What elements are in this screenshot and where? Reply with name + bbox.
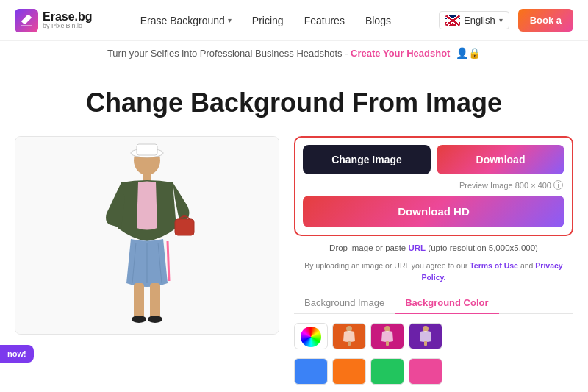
- svg-point-15: [384, 326, 390, 332]
- swatch-pink2[interactable]: [409, 358, 442, 385]
- swatch-blue[interactable]: [294, 358, 328, 385]
- navbar: Erase.bg by PixelBin.io Erase Background…: [0, 0, 588, 41]
- svg-line-12: [168, 241, 169, 281]
- preview-size-text: Preview Image 800 × 400 i: [303, 180, 564, 190]
- image-preview-area: [15, 136, 279, 335]
- nav-pricing[interactable]: Pricing: [252, 15, 284, 26]
- swatch-figure-purple: [412, 325, 440, 347]
- swatch-figure-pink: [373, 325, 401, 347]
- lang-chevron-icon: ▾: [499, 16, 503, 24]
- swatches-row-2: [294, 358, 573, 385]
- terms-link[interactable]: Terms of Use: [470, 261, 518, 270]
- download-button[interactable]: Download: [437, 145, 564, 174]
- nav-erase-bg[interactable]: Erase Background ▾: [140, 15, 232, 26]
- promo-cta-link[interactable]: Create Your Headshot: [351, 48, 450, 59]
- svg-rect-11: [175, 219, 194, 235]
- nav-right: English ▾ Book a: [439, 9, 573, 32]
- logo-text: Erase.bg by PixelBin.io: [43, 10, 93, 30]
- svg-rect-14: [348, 341, 351, 346]
- swatch-pink[interactable]: [370, 323, 404, 349]
- svg-point-13: [346, 326, 352, 332]
- bg-tabs: Background Image Background Color: [294, 293, 573, 314]
- tab-bg-image[interactable]: Background Image: [294, 293, 395, 314]
- logo[interactable]: Erase.bg by PixelBin.io: [15, 9, 93, 32]
- chat-bubble[interactable]: now!: [0, 345, 34, 363]
- svg-point-17: [423, 326, 429, 332]
- svg-rect-2: [137, 144, 157, 155]
- eraser-icon: [20, 14, 33, 27]
- nav-links: Erase Background ▾ Pricing Features Blog…: [140, 15, 391, 26]
- controls-panel: Change Image Download Preview Image 800 …: [294, 136, 573, 392]
- logo-name: Erase.bg: [43, 10, 93, 24]
- model-figure-svg: [66, 140, 228, 331]
- upload-info: Drop image or paste URL (upto resolution…: [294, 242, 573, 254]
- download-hd-button[interactable]: Download HD: [303, 196, 564, 227]
- nav-blogs[interactable]: Blogs: [365, 15, 391, 26]
- flag-icon: [445, 15, 460, 26]
- terms-text: By uploading an image or URL you agree t…: [294, 260, 573, 284]
- logo-icon: [15, 9, 38, 32]
- swatches-row-1: [294, 323, 573, 349]
- nav-features[interactable]: Features: [304, 15, 345, 26]
- svg-point-9: [132, 316, 146, 323]
- page-title: Change Background From Image: [86, 88, 502, 118]
- preview-image: [15, 137, 279, 334]
- tab-bg-color[interactable]: Background Color: [395, 293, 498, 314]
- svg-point-10: [148, 316, 162, 323]
- language-selector[interactable]: English ▾: [439, 11, 509, 29]
- chevron-down-icon: ▾: [228, 16, 232, 24]
- tool-layout: Change Image Download Preview Image 800 …: [15, 136, 573, 392]
- promo-icons: 👤🔒: [456, 47, 481, 59]
- svg-rect-16: [386, 341, 389, 346]
- promo-banner: Turn your Selfies into Professional Busi…: [0, 41, 588, 65]
- info-icon[interactable]: i: [553, 180, 563, 190]
- swatch-figure-orange: [335, 325, 363, 347]
- change-image-button[interactable]: Change Image: [303, 145, 431, 174]
- top-buttons-row: Change Image Download: [303, 145, 564, 174]
- svg-rect-18: [424, 341, 427, 346]
- swatch-green[interactable]: [370, 358, 404, 385]
- swatch-rainbow[interactable]: [294, 323, 328, 349]
- action-buttons-box: Change Image Download Preview Image 800 …: [294, 136, 573, 236]
- main-content: Change Background From Image: [0, 65, 588, 392]
- book-demo-button[interactable]: Book a: [518, 9, 573, 32]
- swatch-purple[interactable]: [409, 323, 442, 349]
- url-highlight: URL: [408, 243, 426, 252]
- svg-rect-8: [150, 283, 160, 318]
- swatch-orange[interactable]: [332, 323, 366, 349]
- svg-rect-7: [134, 283, 144, 318]
- swatch-orange2[interactable]: [332, 358, 366, 385]
- logo-byline: by PixelBin.io: [43, 23, 93, 30]
